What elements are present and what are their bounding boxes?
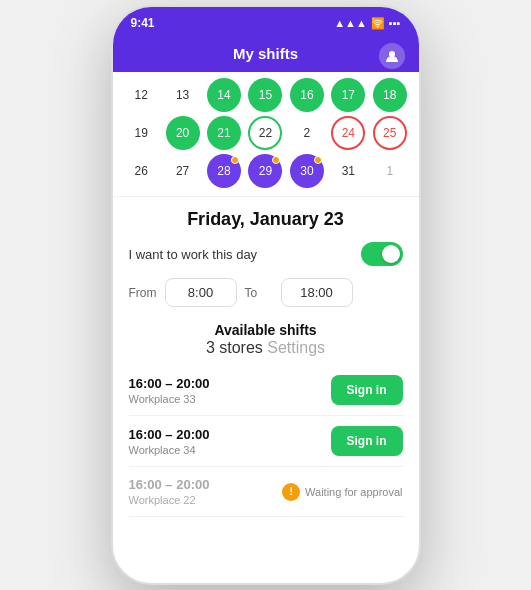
shift-card-1: 16:00 – 20:00 Workplace 33 Sign in: [129, 365, 403, 416]
settings-link[interactable]: Settings: [267, 339, 325, 356]
shift-time-1: 16:00 – 20:00: [129, 376, 210, 391]
from-label: From: [129, 286, 157, 300]
shift-time-2: 16:00 – 20:00: [129, 427, 210, 442]
profile-avatar[interactable]: [379, 43, 405, 69]
calendar: 12 13 14 15 16 17 18 19 20 21 22 2 24 25…: [113, 72, 419, 196]
cal-day-27[interactable]: 27: [166, 154, 200, 188]
phone-shell: 9:41 ▲▲▲ 🛜 ▪▪▪ My shifts 12 13 14 15 16 …: [111, 5, 421, 585]
waiting-label: Waiting for approval: [305, 486, 402, 498]
cal-day-26[interactable]: 26: [124, 154, 158, 188]
calendar-row-1: 12 13 14 15 16 17 18: [121, 78, 411, 112]
dot-badge-29: [272, 156, 280, 164]
cal-day-22[interactable]: 22: [248, 116, 282, 150]
cal-day-12[interactable]: 12: [124, 78, 158, 112]
cal-day-31[interactable]: 31: [331, 154, 365, 188]
cal-day-2[interactable]: 2: [290, 116, 324, 150]
shift-info-1: 16:00 – 20:00 Workplace 33: [129, 376, 210, 405]
shift-card-2: 16:00 – 20:00 Workplace 34 Sign in: [129, 416, 403, 467]
app-header-title: My shifts: [233, 45, 298, 62]
shift-workplace-2: Workplace 34: [129, 444, 210, 456]
sign-in-button-1[interactable]: Sign in: [331, 375, 403, 405]
cal-day-30[interactable]: 30: [290, 154, 324, 188]
cal-day-1[interactable]: 1: [373, 154, 407, 188]
main-content: Friday, January 23 I want to work this d…: [113, 197, 419, 529]
calendar-row-3: 26 27 28 29 30 31 1: [121, 154, 411, 188]
cal-day-15[interactable]: 15: [248, 78, 282, 112]
cal-day-25[interactable]: 25: [373, 116, 407, 150]
cal-day-21[interactable]: 21: [207, 116, 241, 150]
cal-day-13[interactable]: 13: [166, 78, 200, 112]
app-header: My shifts: [113, 39, 419, 72]
shifts-header: Available shifts 3 stores Settings: [129, 321, 403, 357]
notch: [226, 7, 306, 27]
shift-info-3: 16:00 – 20:00 Workplace 22: [129, 477, 210, 506]
sign-in-button-2[interactable]: Sign in: [331, 426, 403, 456]
shift-workplace-1: Workplace 33: [129, 393, 210, 405]
dot-badge-30: [314, 156, 322, 164]
time-row: From 8:00 To 18:00: [129, 278, 403, 307]
cal-day-18[interactable]: 18: [373, 78, 407, 112]
waiting-icon: !: [282, 483, 300, 501]
signal-icon: ▲▲▲: [334, 17, 367, 29]
cal-day-29[interactable]: 29: [248, 154, 282, 188]
shift-info-2: 16:00 – 20:00 Workplace 34: [129, 427, 210, 456]
shifts-title: Available shifts: [214, 322, 316, 338]
cal-day-16[interactable]: 16: [290, 78, 324, 112]
cal-day-20[interactable]: 20: [166, 116, 200, 150]
from-time-input[interactable]: 8:00: [165, 278, 237, 307]
cal-day-14[interactable]: 14: [207, 78, 241, 112]
cal-day-19[interactable]: 19: [124, 116, 158, 150]
to-time-input[interactable]: 18:00: [281, 278, 353, 307]
wifi-icon: 🛜: [371, 17, 385, 30]
shift-card-3: 16:00 – 20:00 Workplace 22 ! Waiting for…: [129, 467, 403, 517]
work-toggle-row: I want to work this day: [129, 242, 403, 266]
to-label: To: [245, 286, 273, 300]
work-label: I want to work this day: [129, 247, 258, 262]
date-title: Friday, January 23: [129, 209, 403, 230]
dot-badge-28: [231, 156, 239, 164]
cal-day-17[interactable]: 17: [331, 78, 365, 112]
battery-icon: ▪▪▪: [389, 17, 401, 29]
cal-day-24[interactable]: 24: [331, 116, 365, 150]
cal-day-28[interactable]: 28: [207, 154, 241, 188]
shift-time-3: 16:00 – 20:00: [129, 477, 210, 492]
shift-workplace-3: Workplace 22: [129, 494, 210, 506]
status-icons: ▲▲▲ 🛜 ▪▪▪: [334, 17, 400, 30]
waiting-badge: ! Waiting for approval: [282, 483, 402, 501]
work-toggle[interactable]: [361, 242, 403, 266]
calendar-row-2: 19 20 21 22 2 24 25: [121, 116, 411, 150]
toggle-knob: [382, 245, 400, 263]
status-time: 9:41: [131, 16, 155, 30]
stores-link[interactable]: 3 stores: [206, 339, 263, 356]
